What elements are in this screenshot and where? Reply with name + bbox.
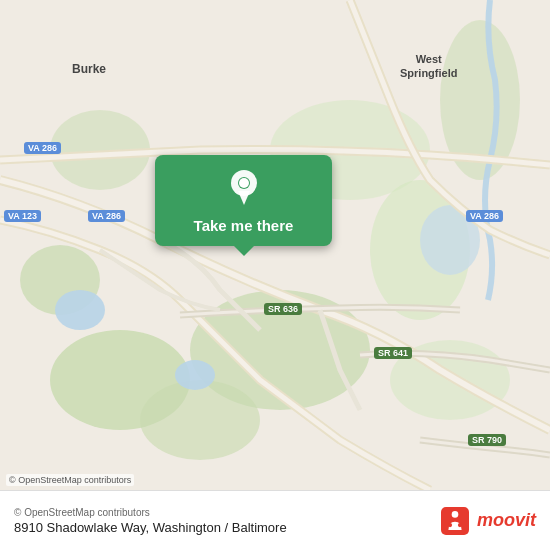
west-springfield-label: WestSpringfield: [400, 52, 457, 81]
take-me-there-button[interactable]: Take me there: [155, 155, 332, 246]
burke-label: Burke: [72, 62, 106, 76]
moovit-logo: moovit: [441, 507, 536, 535]
va286-badge-right: VA 286: [466, 210, 503, 222]
svg-point-19: [448, 523, 452, 527]
svg-point-20: [458, 523, 462, 527]
moovit-brand-name: moovit: [477, 510, 536, 531]
svg-point-18: [452, 511, 459, 518]
map-attribution: © OpenStreetMap contributors: [6, 474, 134, 486]
sr641-badge: SR 641: [374, 347, 412, 359]
address-text: 8910 Shadowlake Way, Washington / Baltim…: [14, 520, 441, 535]
svg-point-10: [55, 290, 105, 330]
va123-badge: VA 123: [4, 210, 41, 222]
svg-marker-15: [238, 191, 250, 205]
sr790-badge: SR 790: [468, 434, 506, 446]
sr636-badge: SR 636: [264, 303, 302, 315]
svg-point-16: [239, 178, 249, 188]
bottom-info-bar: © OpenStreetMap contributors 8910 Shadow…: [0, 490, 550, 550]
map-area: Burke WestSpringfield VA 286 VA 286 VA 2…: [0, 0, 550, 490]
take-me-there-label: Take me there: [194, 217, 294, 234]
location-pin-icon: [228, 169, 260, 211]
svg-point-5: [140, 380, 260, 460]
svg-point-11: [175, 360, 215, 390]
va286-badge-top: VA 286: [24, 142, 61, 154]
copyright-text: © OpenStreetMap contributors: [14, 507, 441, 518]
va286-badge-mid: VA 286: [88, 210, 125, 222]
